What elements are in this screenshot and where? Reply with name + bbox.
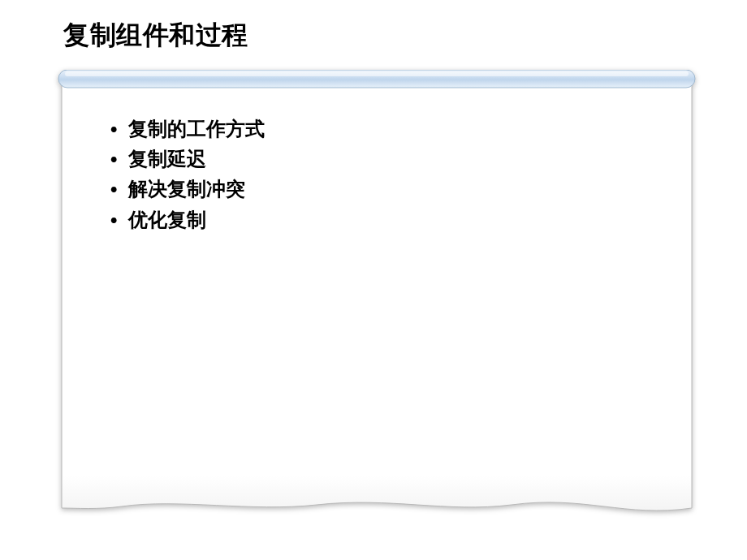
presentation-slide: 复制组件和过程: [0, 0, 747, 560]
bullet-item: 解决复制冲突: [109, 174, 664, 204]
bullet-item: 复制延迟: [109, 144, 664, 174]
bullet-list: 复制的工作方式 复制延迟 解决复制冲突 优化复制: [109, 114, 664, 235]
content-panel: 复制的工作方式 复制延迟 解决复制冲突 优化复制: [57, 70, 697, 521]
panel-header-highlight: [65, 71, 689, 76]
bullet-item: 优化复制: [109, 205, 664, 235]
slide-title: 复制组件和过程: [63, 18, 248, 54]
panel-content-area: 复制的工作方式 复制延迟 解决复制冲突 优化复制: [109, 114, 664, 235]
bullet-item: 复制的工作方式: [109, 114, 664, 144]
